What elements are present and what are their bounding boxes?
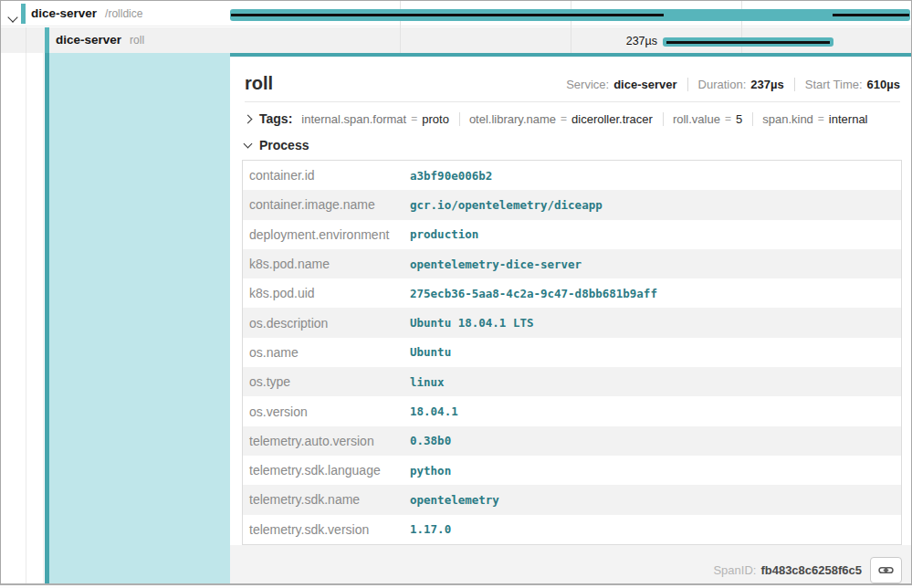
service-name: dice-serverroll [56,33,144,47]
span-id-value: fb483c8c6258f6c5 [760,563,862,577]
collapse-chevron-icon[interactable] [9,8,16,25]
table-row: k8s.pod.uid275ecb36-5aa8-4c2a-9c47-d8bb6… [243,278,901,308]
indent-guide [26,53,26,583]
selected-span-highlight [49,53,230,583]
service-label: Service: [566,78,609,91]
start-time-label: Start Time: [805,78,863,91]
table-row: os.descriptionUbuntu 18.04.1 LTS [243,308,901,337]
process-value: python [410,464,451,478]
table-row: container.ida3bf90e006b2 [243,161,901,190]
trace-view-window: dice-server/rolldice dice-serverroll 237… [0,0,912,585]
process-kv-table: container.ida3bf90e006b2 container.image… [242,160,902,545]
process-value: 0.38b0 [410,434,451,447]
divider [794,78,795,91]
span-detail-footer: SpanID: fb483c8c6258f6c5 [230,545,911,583]
process-key: container.id [243,168,410,183]
span-id: SpanID: fb483c8c6258f6c5 [713,557,902,583]
link-icon [878,562,894,578]
span-summary: Service: dice-server Duration: 237µs Sta… [566,78,900,93]
tags-section-toggle[interactable]: Tags: internal.span.format = proto otel.… [230,111,911,126]
span-duration-label: 237µs [553,35,657,47]
span-detail-panel: roll Service: dice-server Duration: 237µ… [230,53,911,583]
equals-sign: = [725,112,731,125]
process-section-toggle[interactable]: Process [230,138,911,152]
span-id-label: SpanID: [713,563,756,577]
process-key: os.type [243,374,410,389]
process-value: 18.04.1 [410,404,458,418]
child-span-marker [833,14,909,16]
copy-link-button[interactable] [870,557,902,583]
tag-item: roll.value = 5 [673,112,753,126]
process-key: telemetry.sdk.name [243,492,410,507]
process-value: gcr.io/opentelemetry/diceapp [410,198,603,212]
start-time-value: 610µs [867,78,900,91]
child-span-marker [231,14,664,16]
indent-guide [43,53,44,583]
process-value: opentelemetry [410,493,499,507]
service-value: dice-server [613,78,676,91]
process-key: telemetry.sdk.language [243,463,410,478]
process-value: Ubuntu 18.04.1 LTS [410,316,533,330]
table-row: os.version18.04.1 [243,396,901,425]
process-value: Ubuntu [410,345,451,359]
table-row: telemetry.sdk.nameopentelemetry [243,485,901,514]
operation-name: roll [130,34,144,47]
table-row: os.typelinux [243,367,901,396]
process-key: k8s.pod.uid [243,286,410,300]
process-value: a3bf90e006b2 [410,169,492,183]
service-color-bar [21,4,26,24]
duration-label: Duration: [698,78,747,91]
chevron-right-icon [244,115,253,124]
table-row: os.nameUbuntu [243,338,901,367]
tag-item: internal.span.format = proto [301,112,460,126]
table-row: deployment.environmentproduction [243,220,901,249]
tag-item: otel.library.name = diceroller.tracer [469,112,664,126]
process-value: production [410,227,478,241]
process-key: os.name [243,345,410,360]
indent-guide [26,27,26,53]
span-operation-title: roll [245,73,273,93]
table-row: telemetry.auto.version0.38b0 [243,426,901,456]
divider [752,112,753,126]
table-row: telemetry.sdk.version1.17.0 [243,515,901,544]
span-bar-rolldice[interactable] [230,9,910,21]
process-key: deployment.environment [243,227,410,242]
process-key: telemetry.auto.version [243,434,410,448]
tag-item: span.kind = internal [762,112,867,126]
tags-label: Tags: [259,111,292,126]
equals-sign: = [818,112,824,125]
service-color-bar [45,27,49,53]
process-value: linux [410,375,445,389]
detail-body: roll Service: dice-server Duration: 237µ… [1,53,911,583]
divider [459,112,460,126]
equals-sign: = [561,112,567,125]
process-key: os.description [243,316,410,331]
table-row: k8s.pod.nameopentelemetry-dice-server [243,249,901,278]
process-key: os.version [243,404,410,419]
header-divider [245,101,900,102]
process-value: 1.17.0 [410,522,451,536]
process-value: opentelemetry-dice-server [410,257,582,271]
table-row: container.image.namegcr.io/opentelemetry… [243,190,901,219]
table-row: telemetry.sdk.languagepython [243,456,901,485]
process-label: Process [259,138,309,152]
process-key: container.image.name [243,197,410,212]
duration-value: 237µs [750,78,783,91]
service-name: dice-server/rolldice [31,6,142,20]
divider [687,78,688,91]
divider [663,112,664,126]
self-time-marker [666,41,830,44]
timeline: 237µs [230,1,911,53]
span-bar-roll[interactable] [663,37,833,47]
process-value: 275ecb36-5aa8-4c2a-9c47-d8bb681b9aff [410,287,657,300]
process-key: k8s.pod.name [243,257,410,271]
span-detail-header: roll Service: dice-server Duration: 237µ… [230,57,911,93]
chevron-down-icon [244,140,253,149]
equals-sign: = [411,112,417,125]
process-key: telemetry.sdk.version [243,522,410,537]
operation-name: /rolldice [105,7,142,20]
